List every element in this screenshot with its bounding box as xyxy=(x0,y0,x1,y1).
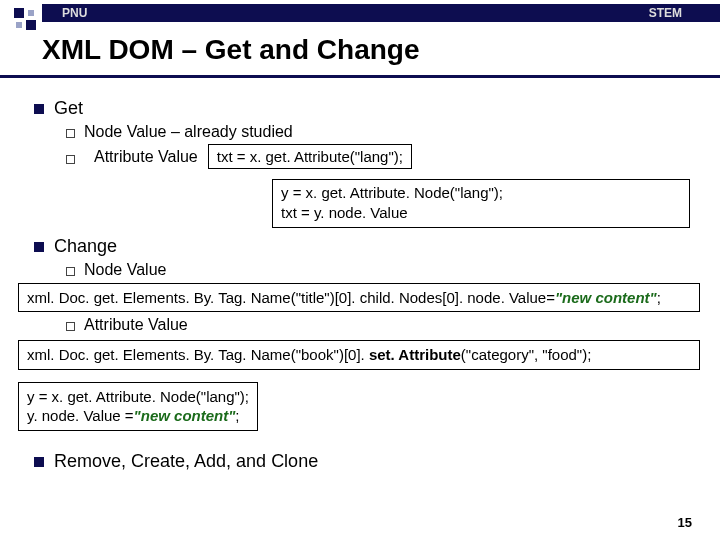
code-line: y = x. get. Attribute. Node("lang"); xyxy=(27,387,249,407)
header-bar xyxy=(42,4,720,22)
code-line: txt = y. node. Value xyxy=(281,203,681,223)
subitem-attr-value: Attribute Value txt = x. get. Attribute(… xyxy=(66,144,690,169)
filled-square-bullet-icon xyxy=(34,242,44,252)
section-get: Get xyxy=(34,98,690,119)
page-number: 15 xyxy=(678,515,692,530)
page-title: XML DOM – Get and Change xyxy=(42,34,420,66)
code-text: xml. Doc. get. Elements. By. Tag. Name("… xyxy=(27,289,555,306)
code-string: "new content" xyxy=(555,289,657,306)
section-change: Change xyxy=(34,236,690,257)
header: PNU STEM XML DOM – Get and Change xyxy=(0,0,720,78)
header-right: STEM xyxy=(649,6,682,20)
hollow-square-bullet-icon xyxy=(66,267,75,276)
hollow-square-bullet-icon xyxy=(66,155,75,164)
section-label: Get xyxy=(54,98,83,119)
code-inline: txt = x. get. Attribute("lang"); xyxy=(208,144,412,169)
subitem-attr-value: Attribute Value xyxy=(66,316,690,334)
code-wide: xml. Doc. get. Elements. By. Tag. Name("… xyxy=(18,283,700,313)
code-text: xml. Doc. get. Elements. By. Tag. Name("… xyxy=(27,346,369,363)
code-block: y = x. get. Attribute. Node("lang"); y. … xyxy=(18,382,258,431)
section-label: Remove, Create, Add, and Clone xyxy=(54,451,318,472)
logo-squares xyxy=(14,8,36,30)
subitem-node-value: Node Value – already studied xyxy=(66,123,690,141)
subitem-text: Attribute Value xyxy=(94,148,198,166)
filled-square-bullet-icon xyxy=(34,104,44,114)
slide: PNU STEM XML DOM – Get and Change Get No… xyxy=(0,0,720,540)
code-text: ("category", "food"); xyxy=(461,346,592,363)
content: Get Node Value – already studied Attribu… xyxy=(0,78,720,472)
code-wide: xml. Doc. get. Elements. By. Tag. Name("… xyxy=(18,340,700,370)
code-bold: set. Attribute xyxy=(369,346,461,363)
section-remove: Remove, Create, Add, and Clone xyxy=(34,451,690,472)
hollow-square-bullet-icon xyxy=(66,129,75,138)
code-line: y. node. Value ="new content"; xyxy=(27,406,249,426)
code-line: y = x. get. Attribute. Node("lang"); xyxy=(281,183,681,203)
code-block: y = x. get. Attribute. Node("lang"); txt… xyxy=(272,179,690,228)
header-left: PNU xyxy=(62,6,87,20)
hollow-square-bullet-icon xyxy=(66,322,75,331)
filled-square-bullet-icon xyxy=(34,457,44,467)
section-label: Change xyxy=(54,236,117,257)
subitem-text: Attribute Value xyxy=(84,316,188,334)
code-text: ; xyxy=(657,289,661,306)
subitem-text: Node Value – already studied xyxy=(84,123,293,141)
subitem-node-value: Node Value xyxy=(66,261,690,279)
subitem-text: Node Value xyxy=(84,261,166,279)
